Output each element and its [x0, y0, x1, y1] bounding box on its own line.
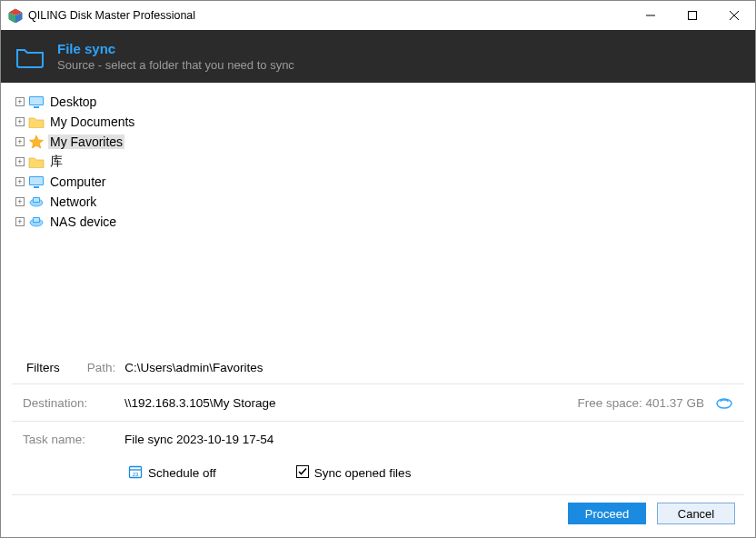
tree-item[interactable]: +Network	[15, 192, 741, 212]
tree-item-label: Computer	[48, 174, 107, 189]
tree-item-label: My Documents	[48, 115, 136, 129]
options-row: 23 Schedule off Sync opened files	[1, 457, 755, 494]
schedule-link[interactable]: 23 Schedule off	[128, 464, 216, 482]
folder-tree: +Desktop+My Documents+My Favorites+库+Com…	[1, 83, 755, 354]
expand-icon[interactable]: +	[15, 117, 25, 126]
nas-select-icon[interactable]	[715, 395, 733, 410]
checkbox-checked-icon	[296, 465, 309, 481]
header-title: File sync	[57, 41, 294, 56]
cancel-button[interactable]: Cancel	[657, 503, 735, 524]
expand-icon[interactable]: +	[15, 197, 25, 206]
free-space-label: Free space: 401.37 GB	[577, 396, 704, 410]
sync-opened-label: Sync opened files	[314, 466, 412, 480]
svg-rect-14	[34, 186, 39, 188]
folder-icon	[28, 154, 45, 169]
maximize-button[interactable]	[671, 1, 713, 30]
svg-rect-10	[34, 106, 39, 108]
body: +Desktop+My Documents+My Favorites+库+Com…	[1, 83, 755, 537]
destination-row: Destination: \\192.168.3.105\My Storage …	[1, 384, 755, 421]
window-title: QILING Disk Master Professional	[28, 9, 195, 22]
svg-rect-5	[689, 12, 697, 20]
proceed-button[interactable]: Proceed	[568, 503, 646, 524]
expand-icon[interactable]: +	[15, 157, 25, 166]
close-button[interactable]	[713, 1, 755, 30]
svg-rect-9	[30, 97, 43, 105]
app-logo-icon	[8, 8, 23, 23]
network-icon	[28, 194, 45, 209]
tree-item[interactable]: +Computer	[15, 172, 741, 192]
titlebar: QILING Disk Master Professional	[1, 1, 755, 30]
monitor-icon	[28, 95, 45, 109]
tree-item[interactable]: +NAS device	[15, 212, 741, 232]
tree-item[interactable]: +Desktop	[15, 92, 741, 112]
schedule-label: Schedule off	[148, 466, 216, 480]
svg-marker-11	[30, 135, 44, 148]
destination-value[interactable]: \\192.168.3.105\My Storage	[124, 396, 276, 410]
path-value: C:\Users\admin\Favorites	[124, 361, 263, 374]
tree-item[interactable]: +My Documents	[15, 112, 741, 132]
sync-opened-checkbox[interactable]: Sync opened files	[296, 465, 412, 481]
tree-item-label: Network	[48, 194, 98, 209]
expand-icon[interactable]: +	[15, 217, 25, 226]
filters-row: Filters Path: C:\Users\admin\Favorites	[1, 354, 755, 384]
calendar-icon: 23	[128, 464, 143, 482]
expand-icon[interactable]: +	[15, 177, 25, 186]
tree-item-label: 库	[48, 154, 65, 170]
svg-rect-17	[34, 198, 39, 202]
path-label: Path:	[87, 361, 116, 374]
svg-rect-20	[34, 218, 39, 222]
app-window: QILING Disk Master Professional File syn…	[0, 0, 756, 538]
folder-sync-icon	[15, 45, 46, 68]
network-icon	[28, 214, 45, 229]
footer: Proceed Cancel	[1, 495, 755, 537]
task-name-row: Task name: File sync 2023-10-19 17-54	[1, 422, 755, 457]
tree-item-label: My Favorites	[48, 134, 124, 149]
minimize-button[interactable]	[630, 1, 671, 30]
star-icon	[28, 134, 45, 149]
task-name-value[interactable]: File sync 2023-10-19 17-54	[124, 433, 274, 446]
header-subtitle: Source - select a folder that you need t…	[57, 58, 294, 72]
task-name-label: Task name:	[23, 433, 124, 446]
expand-icon[interactable]: +	[15, 97, 25, 106]
tree-item[interactable]: +库	[15, 152, 741, 172]
tree-item-label: NAS device	[48, 214, 118, 229]
destination-label: Destination:	[23, 396, 124, 410]
folder-icon	[28, 115, 45, 129]
monitor-icon	[28, 174, 45, 189]
svg-text:23: 23	[133, 472, 139, 477]
header: File sync Source - select a folder that …	[1, 30, 755, 83]
expand-icon[interactable]: +	[15, 137, 25, 146]
tree-item[interactable]: +My Favorites	[15, 132, 741, 152]
tree-item-label: Desktop	[48, 95, 98, 109]
filters-link[interactable]: Filters	[26, 361, 60, 374]
svg-rect-13	[30, 177, 43, 184]
